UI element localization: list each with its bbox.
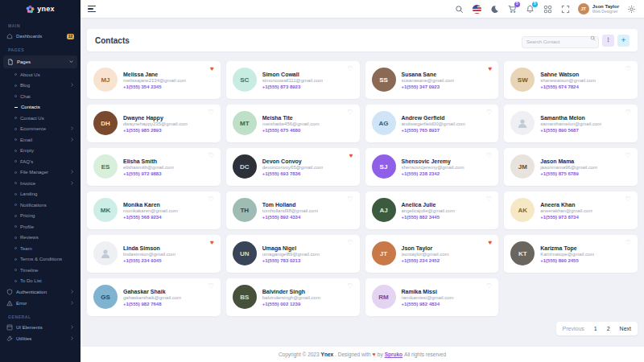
contact-card[interactable]: MKMonika Karenmonikakaren@gmail.com+1(55…: [87, 191, 221, 229]
cart-icon[interactable]: 5: [507, 4, 518, 14]
contact-card[interactable]: AKAneera Khananeerakhan@gmail.com+1(555)…: [504, 191, 638, 229]
favorite-heart-icon[interactable]: ♡: [625, 109, 631, 116]
brand-logo[interactable]: ynex: [0, 0, 80, 18]
sidebar-subitem-team[interactable]: Team: [0, 243, 80, 254]
search-contact-input[interactable]: [522, 36, 599, 48]
pagination-page-1[interactable]: 1: [589, 323, 602, 334]
sidebar-subitem-profile[interactable]: Profile: [0, 221, 80, 232]
sidebar-subitem-about-us[interactable]: About Us: [0, 69, 80, 80]
search-contact-icon[interactable]: [590, 35, 596, 41]
sidebar-subitem-ecommerce[interactable]: Ecommerce: [0, 124, 80, 135]
favorite-heart-icon[interactable]: ♡: [208, 153, 214, 159]
sidebar-item-dashboards[interactable]: Dashboards12: [0, 31, 80, 42]
favorite-heart-icon[interactable]: ♡: [347, 66, 353, 72]
contact-card[interactable]: SCSimon Cowallsimoncowall111@gmail.com+1…: [226, 61, 360, 99]
sidebar-item-authentication[interactable]: Authentication: [0, 286, 80, 298]
contact-card[interactable]: UNUmaga Nigelumaganigel89@gmail.com+1(55…: [226, 235, 360, 273]
sidebar-item-utilities[interactable]: Utilities: [0, 333, 80, 344]
sidebar-subitem-empty[interactable]: Empty: [0, 146, 80, 157]
fullscreen-icon[interactable]: [560, 4, 571, 14]
sidebar-subitem-reviews[interactable]: Reviews: [0, 232, 80, 244]
sidebar-subitem-contacts[interactable]: Contacts: [0, 102, 80, 113]
sidebar-subitem-terms-conditions[interactable]: Terms & Conditions: [0, 254, 80, 265]
contact-phone: +1(555) 238 2342: [402, 171, 464, 176]
contact-card[interactable]: SWSahne Watsonshanewatson@gmail.com+1(55…: [504, 61, 638, 99]
contact-card[interactable]: KTKarizma TopeKarizmatope@gmail.com+1(55…: [504, 235, 638, 273]
contact-card[interactable]: DHDwayne Happydwaynehappy235@gmail.com+1…: [87, 105, 221, 142]
notifications-bell-icon[interactable]: 5: [525, 4, 535, 14]
sidebar-subitem-chat[interactable]: Chat: [0, 91, 80, 102]
sidebar-subitem-invoice[interactable]: Invoice: [0, 178, 80, 189]
dark-mode-icon[interactable]: [489, 4, 500, 14]
favorite-heart-icon[interactable]: ♡: [486, 153, 492, 159]
contact-card[interactable]: MJMelissa Janemelissajane2134@gmail.com+…: [87, 61, 221, 99]
sidebar-subitem-blog[interactable]: Blog: [0, 80, 80, 92]
sidebar-subitem-notifications[interactable]: Notifications: [0, 200, 80, 211]
favorite-heart-icon[interactable]: ♥: [210, 240, 214, 246]
contact-card[interactable]: ESElisha Smithelishasmith@gmail.com+1(55…: [87, 148, 221, 186]
contact-card[interactable]: RMRamika Missiramikamissi@gmail.com+1(55…: [365, 278, 499, 316]
apps-grid-icon[interactable]: [543, 4, 553, 14]
sidebar-subitem-label: Profile: [20, 224, 74, 229]
contact-card[interactable]: GSGahaskar Shaikgahaskarshaik@gmail.com+…: [87, 278, 221, 316]
favorite-heart-icon[interactable]: ♡: [347, 109, 353, 116]
favorite-heart-icon[interactable]: ♡: [625, 66, 631, 72]
add-contact-button[interactable]: +: [617, 35, 630, 47]
settings-gear-icon[interactable]: [626, 4, 637, 14]
sidebar-subitem-faq-s[interactable]: FAQ's: [0, 156, 80, 167]
footer-designer-link[interactable]: Spruko: [385, 352, 402, 357]
contact-card[interactable]: DCDevon Convoydevonconvoy65@gmail.com+1(…: [226, 148, 360, 186]
favorite-heart-icon[interactable]: ♡: [208, 109, 214, 116]
favorite-heart-icon[interactable]: ♡: [486, 196, 492, 203]
sidebar-subitem-email[interactable]: Email: [0, 134, 80, 146]
sidebar-subitem-timeline[interactable]: Timeline: [0, 265, 80, 276]
sidebar-subitem-contact-us[interactable]: Contact Us: [0, 113, 80, 124]
contact-card[interactable]: THTom Hollandtomholland98@gmail.com+1(55…: [226, 191, 360, 229]
favorite-heart-icon[interactable]: ♡: [486, 283, 492, 290]
favorite-heart-icon[interactable]: ♡: [347, 283, 353, 290]
contact-card[interactable]: AGAndrew Gerfieldandrewgerfield00@gmail.…: [365, 105, 499, 142]
pagination-next[interactable]: Next: [615, 323, 636, 334]
pagination-page-2[interactable]: 2: [602, 323, 615, 334]
contact-card[interactable]: JMJason Mamajasonmama96@gmail.com+1(555)…: [504, 148, 638, 186]
favorite-heart-icon[interactable]: ♡: [625, 153, 631, 159]
pagination-previous[interactable]: Previous: [558, 323, 589, 334]
sidebar-subitem-to-do-list[interactable]: To Do List: [0, 276, 80, 287]
favorite-heart-icon[interactable]: ♡: [208, 283, 214, 290]
contact-card[interactable]: SSSusana Sanesusanasane@gmail.com+1(555)…: [365, 61, 499, 99]
contact-card[interactable]: Linda Simsonlindasimson@gmail.com+1(555)…: [87, 235, 221, 273]
sidebar-subitem-pricing[interactable]: Pricing: [0, 211, 80, 222]
favorite-heart-icon[interactable]: ♡: [208, 196, 214, 203]
contact-card[interactable]: JTJson Taylorjsontaylor@gmail.com+1(555)…: [365, 235, 499, 273]
sidebar-item-pages[interactable]: Pages: [3, 56, 77, 68]
favorite-heart-icon[interactable]: ♡: [625, 240, 631, 246]
contact-card[interactable]: BSBalvinder Singhbalvindersingh@gmail.co…: [226, 278, 360, 316]
language-flag-icon[interactable]: [472, 4, 482, 14]
favorite-heart-icon[interactable]: ♡: [347, 240, 353, 246]
sidebar-item-label: Pages: [17, 60, 66, 64]
contact-card[interactable]: Samantha Melonsamanthamelon@gmail.com+1(…: [504, 105, 638, 142]
contact-card[interactable]: AJAnelica Julieangelicajulie@gmail.com+1…: [365, 191, 499, 229]
contact-phone: +1(555) 675 4680: [262, 128, 320, 133]
favorite-heart-icon[interactable]: ♥: [349, 153, 353, 159]
favorite-heart-icon[interactable]: ♥: [489, 240, 493, 246]
favorite-heart-icon[interactable]: ♥: [489, 66, 493, 72]
favorite-heart-icon[interactable]: ♡: [625, 196, 631, 203]
user-menu[interactable]: JT Json Taylor Web Designer: [578, 3, 619, 14]
chevron-right-icon: [70, 325, 74, 330]
favorite-heart-icon[interactable]: ♡: [347, 196, 353, 203]
search-icon[interactable]: [454, 4, 464, 14]
topbar-actions: 5 5 JT Json Taylor Web Designer: [454, 3, 637, 14]
sidebar-subitem-file-manager[interactable]: File Manager: [0, 167, 80, 179]
sidebar-subitem-landing[interactable]: Landing: [0, 189, 80, 200]
avatar: DH: [93, 111, 118, 135]
contact-card[interactable]: MTMeisha Titemeishatite456@gmail.com+1(5…: [226, 105, 360, 142]
menu-toggle-icon[interactable]: [88, 6, 96, 12]
contact-card[interactable]: SJShensovic Jeremyshensovicjeremy@gmail.…: [365, 148, 499, 186]
more-options-button[interactable]: ⋮: [602, 35, 614, 47]
sidebar-item-ui-elements[interactable]: UI Elements: [0, 322, 80, 333]
favorite-heart-icon[interactable]: ♡: [486, 109, 492, 116]
sidebar-item-error[interactable]: Error: [0, 298, 80, 309]
favorite-heart-icon[interactable]: ♥: [210, 66, 214, 72]
contact-name: Tom Holland: [262, 202, 318, 208]
